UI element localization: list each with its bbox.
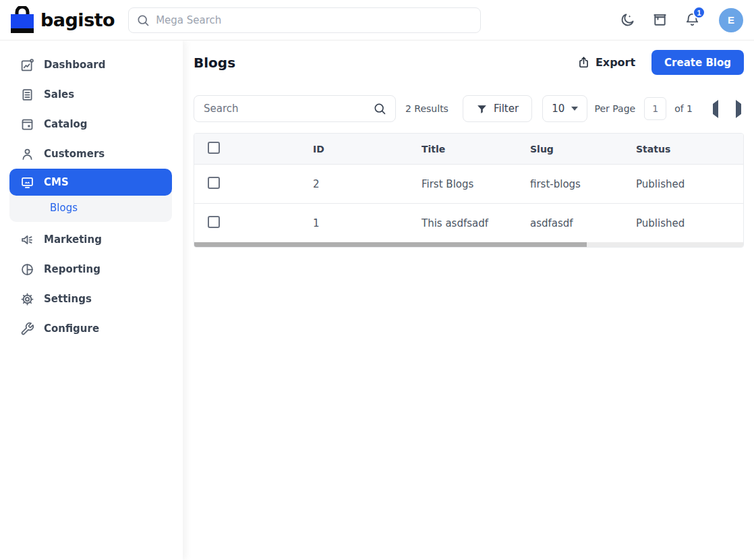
per-page-value: 10 <box>552 103 564 115</box>
grid-search-input[interactable] <box>194 95 396 122</box>
cell-id: 1 <box>313 217 422 229</box>
shopping-bag-icon <box>9 6 35 34</box>
page-title: Blogs <box>194 55 235 71</box>
sidebar-item-catalog[interactable]: Catalog <box>9 109 172 139</box>
export-icon <box>577 56 590 69</box>
sidebar-item-label: Sales <box>44 88 74 101</box>
horizontal-scrollbar[interactable] <box>194 242 743 247</box>
create-blog-button[interactable]: Create Blog <box>651 50 744 75</box>
sidebar: Dashboard Sales Catalog Customer <box>0 40 183 560</box>
page-header: Blogs Export Create Blog <box>194 50 744 75</box>
column-header-status: Status <box>636 144 743 155</box>
cell-status: Published <box>636 217 743 229</box>
row-checkbox[interactable] <box>208 177 220 189</box>
notifications-button[interactable]: 1 <box>685 12 700 28</box>
sidebar-item-reporting[interactable]: Reporting <box>9 254 172 284</box>
row-select-cell <box>194 177 313 192</box>
column-header-title: Title <box>422 144 530 155</box>
filter-button[interactable]: Filter <box>463 95 532 122</box>
mega-search <box>128 7 481 33</box>
sidebar-item-sales[interactable]: Sales <box>9 80 172 109</box>
catalog-icon <box>20 117 34 132</box>
top-bar: bagisto <box>0 0 754 40</box>
row-checkbox[interactable] <box>208 216 220 228</box>
grid-search <box>194 95 396 122</box>
page-header-actions: Export Create Blog <box>577 50 744 75</box>
row-select-cell <box>194 216 313 231</box>
storefront-icon <box>652 12 668 28</box>
table-header-row: ID Title Slug Status <box>194 134 743 164</box>
chevron-left-icon <box>713 100 718 118</box>
total-pages-label: of 1 <box>674 103 693 114</box>
chevron-right-icon <box>736 100 741 118</box>
notification-badge: 1 <box>693 6 705 19</box>
sidebar-item-label: Marketing <box>44 233 102 246</box>
page-number-input[interactable] <box>644 97 666 120</box>
avatar[interactable]: E <box>719 8 743 32</box>
results-count: 2 Results <box>405 103 448 114</box>
store-front-button[interactable] <box>652 12 668 28</box>
select-all-cell <box>194 142 313 156</box>
cms-icon <box>20 175 34 190</box>
sidebar-item-configure[interactable]: Configure <box>9 314 172 343</box>
per-page-label: Per Page <box>594 103 635 114</box>
sidebar-item-marketing[interactable]: Marketing <box>9 225 172 254</box>
moon-icon <box>620 12 635 28</box>
cell-title: This asdfsadf <box>422 217 530 229</box>
cell-status: Published <box>636 178 743 190</box>
next-page-button[interactable] <box>733 101 744 117</box>
sidebar-item-label: Catalog <box>44 118 88 130</box>
filter-icon <box>476 103 488 115</box>
sidebar-subitem-blogs[interactable]: Blogs <box>50 202 78 214</box>
sales-icon <box>20 88 34 102</box>
cell-slug: asdfasdf <box>530 217 636 229</box>
cell-id: 2 <box>313 178 422 190</box>
column-header-id: ID <box>313 144 422 155</box>
chevron-down-icon <box>571 107 578 111</box>
mega-search-input[interactable] <box>128 7 481 33</box>
datagrid-toolbar: 2 Results Filter 10 Per Page of 1 <box>194 95 744 122</box>
main-content: Blogs Export Create Blog <box>183 40 754 248</box>
blogs-table: ID Title Slug Status 2 First Blogs first… <box>194 133 744 248</box>
search-icon <box>136 13 150 27</box>
sidebar-item-dashboard[interactable]: Dashboard <box>9 50 172 80</box>
settings-icon <box>20 292 34 306</box>
table-row[interactable]: 1 This asdfsadf asdfasdf Published <box>194 203 743 242</box>
dark-mode-toggle[interactable] <box>620 12 635 28</box>
export-button[interactable]: Export <box>577 56 635 69</box>
per-page-select[interactable]: 10 <box>542 95 587 122</box>
sidebar-item-label: Configure <box>44 323 99 335</box>
sidebar-item-customers[interactable]: Customers <box>9 139 172 169</box>
select-all-checkbox[interactable] <box>208 142 220 154</box>
previous-page-button[interactable] <box>710 101 721 117</box>
column-header-slug: Slug <box>530 144 636 155</box>
configure-icon <box>20 322 34 336</box>
sidebar-item-label: Dashboard <box>44 59 105 71</box>
marketing-icon <box>20 233 34 247</box>
bagisto-logo[interactable]: bagisto <box>9 6 115 34</box>
sidebar-item-label: Reporting <box>44 263 100 275</box>
cell-slug: first-blogs <box>530 178 636 190</box>
sidebar-item-label: Customers <box>44 148 105 160</box>
sidebar-item-label: Settings <box>44 293 92 305</box>
customers-icon <box>20 147 34 161</box>
cell-title: First Blogs <box>422 178 530 190</box>
scrollbar-thumb[interactable] <box>194 242 587 247</box>
sidebar-item-cms[interactable]: CMS <box>9 169 172 196</box>
filter-label: Filter <box>494 103 519 115</box>
sidebar-item-label: CMS <box>44 176 69 188</box>
top-actions: 1 E <box>620 8 743 32</box>
cms-submenu: Blogs <box>9 196 172 222</box>
dashboard-icon <box>20 58 34 72</box>
sidebar-item-settings[interactable]: Settings <box>9 284 172 314</box>
brand-name: bagisto <box>40 9 115 30</box>
cms-group: CMS Blogs <box>9 169 172 222</box>
search-icon[interactable] <box>373 102 386 115</box>
export-label: Export <box>596 56 635 69</box>
table-row[interactable]: 2 First Blogs first-blogs Published <box>194 164 743 203</box>
reporting-icon <box>20 262 34 277</box>
